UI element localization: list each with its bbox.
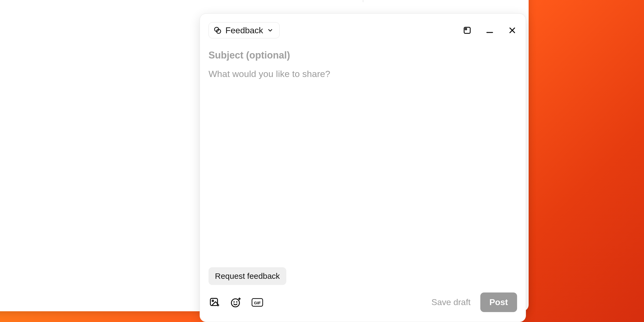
compose-actions: Save draft Post	[431, 292, 517, 312]
svg-point-8	[212, 300, 214, 301]
svg-text:GIF: GIF	[254, 300, 261, 305]
svg-point-13	[237, 302, 237, 302]
close-button[interactable]	[507, 25, 517, 35]
svg-point-11	[231, 299, 239, 307]
category-dropdown[interactable]: Feedback	[208, 22, 280, 38]
add-gif-button[interactable]: GIF	[251, 297, 263, 308]
request-feedback-button[interactable]: Request feedback	[208, 267, 286, 285]
category-label: Feedback	[225, 25, 263, 35]
emoji-add-icon	[230, 297, 241, 308]
compose-header: Feedback	[208, 22, 517, 38]
svg-rect-3	[465, 28, 467, 30]
image-add-icon	[209, 297, 220, 308]
svg-rect-7	[210, 298, 218, 306]
post-button[interactable]: Post	[480, 292, 517, 312]
compose-card: Feedback	[200, 13, 526, 322]
subject-input[interactable]	[208, 50, 517, 61]
add-emoji-button[interactable]	[230, 297, 242, 308]
panel-divider	[363, 0, 363, 2]
add-image-button[interactable]	[208, 297, 220, 308]
compose-footer: GIF Save draft Post	[208, 292, 517, 312]
minimize-button[interactable]	[485, 25, 495, 35]
chevron-down-icon	[267, 27, 273, 34]
feedback-category-icon	[214, 26, 222, 34]
save-draft-button[interactable]: Save draft	[431, 297, 471, 307]
window-controls	[462, 25, 517, 35]
body-input[interactable]	[208, 68, 517, 267]
svg-point-12	[234, 302, 235, 302]
close-icon	[508, 26, 516, 34]
popout-button[interactable]	[462, 25, 472, 35]
popout-icon	[463, 26, 471, 35]
attachment-toolbar: GIF	[208, 297, 263, 308]
minimize-icon	[485, 26, 494, 35]
gif-icon: GIF	[251, 298, 263, 307]
